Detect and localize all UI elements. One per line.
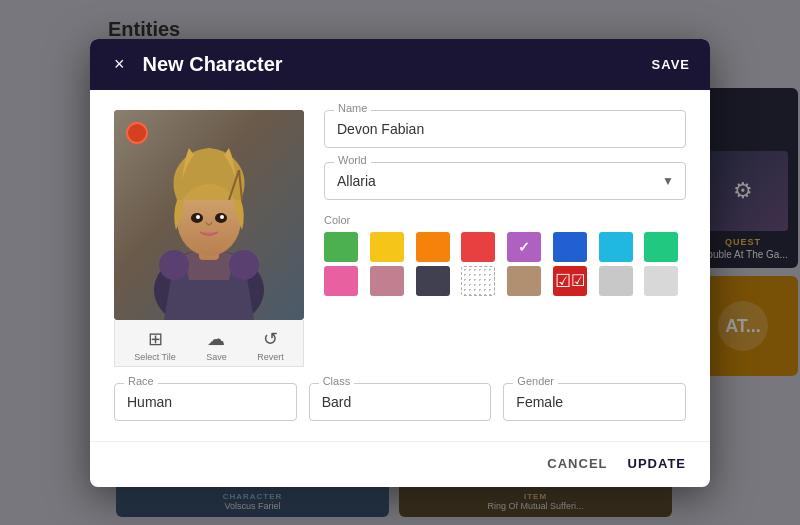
race-input[interactable] — [114, 383, 297, 421]
svg-point-9 — [229, 250, 259, 280]
name-field-group: Name — [324, 110, 686, 148]
save-image-button[interactable]: ☁ Save — [206, 328, 227, 362]
modal-footer: CANCEL UPDATE — [90, 441, 710, 487]
character-image — [114, 110, 304, 320]
form-section: Name World Allaria Other World — [324, 110, 686, 367]
color-tan[interactable] — [507, 266, 541, 296]
color-lighter-gray[interactable] — [644, 266, 678, 296]
color-section: Color — [324, 214, 686, 296]
revert-label: Revert — [257, 352, 284, 362]
cancel-button[interactable]: CANCEL — [547, 456, 607, 471]
svg-point-8 — [159, 250, 189, 280]
svg-point-7 — [220, 215, 224, 219]
color-blue[interactable] — [553, 232, 587, 262]
color-dark[interactable] — [416, 266, 450, 296]
modal-overlay: × New Character SAVE — [0, 0, 800, 525]
color-label: Color — [324, 214, 686, 226]
race-label: Race — [124, 375, 158, 387]
color-purple[interactable] — [507, 232, 541, 262]
gender-label: Gender — [513, 375, 558, 387]
world-field-group: World Allaria Other World ▼ — [324, 162, 686, 200]
color-grid: ☑ — [324, 232, 686, 296]
gender-input[interactable] — [503, 383, 686, 421]
modal-close-button[interactable]: × — [110, 53, 129, 75]
world-select-wrapper: Allaria Other World ▼ — [324, 162, 686, 200]
revert-button[interactable]: ↺ Revert — [257, 328, 284, 362]
gender-field-group: Gender — [503, 383, 686, 421]
select-tile-button[interactable]: ⊞ Select Tile — [134, 328, 176, 362]
svg-point-6 — [196, 215, 200, 219]
save-image-label: Save — [206, 352, 227, 362]
modal-title: New Character — [143, 53, 638, 76]
color-dotted[interactable] — [461, 266, 495, 296]
color-cyan[interactable] — [599, 232, 633, 262]
world-select[interactable]: Allaria Other World — [324, 162, 686, 200]
revert-icon: ↺ — [263, 328, 278, 350]
modal-header: × New Character SAVE — [90, 39, 710, 90]
world-label: World — [334, 154, 371, 166]
class-field-group: Class — [309, 383, 492, 421]
color-teal[interactable] — [644, 232, 678, 262]
class-label: Class — [319, 375, 355, 387]
color-orange[interactable] — [416, 232, 450, 262]
name-input[interactable] — [324, 110, 686, 148]
race-field-group: Race — [114, 383, 297, 421]
color-pink[interactable] — [324, 266, 358, 296]
char-dot-indicator — [126, 122, 148, 144]
color-yellow[interactable] — [370, 232, 404, 262]
image-section: ⊞ Select Tile ☁ Save ↺ Revert — [114, 110, 304, 367]
fields-row: Race Class Gender — [114, 383, 686, 421]
update-button[interactable]: UPDATE — [628, 456, 686, 471]
save-image-icon: ☁ — [207, 328, 225, 350]
class-input[interactable] — [309, 383, 492, 421]
new-character-modal: × New Character SAVE — [90, 39, 710, 487]
select-tile-label: Select Tile — [134, 352, 176, 362]
modal-content-row: ⊞ Select Tile ☁ Save ↺ Revert — [114, 110, 686, 367]
select-tile-icon: ⊞ — [148, 328, 163, 350]
color-mauve[interactable] — [370, 266, 404, 296]
modal-save-button[interactable]: SAVE — [652, 57, 690, 72]
modal-body: ⊞ Select Tile ☁ Save ↺ Revert — [90, 90, 710, 441]
color-red[interactable] — [461, 232, 495, 262]
color-red-checked[interactable]: ☑ — [553, 266, 587, 296]
image-toolbar: ⊞ Select Tile ☁ Save ↺ Revert — [114, 320, 304, 367]
page-background: Entities ⚙ QUEST Trouble At The Ga... AT… — [0, 0, 800, 525]
color-light-gray[interactable] — [599, 266, 633, 296]
name-label: Name — [334, 102, 371, 114]
color-green[interactable] — [324, 232, 358, 262]
